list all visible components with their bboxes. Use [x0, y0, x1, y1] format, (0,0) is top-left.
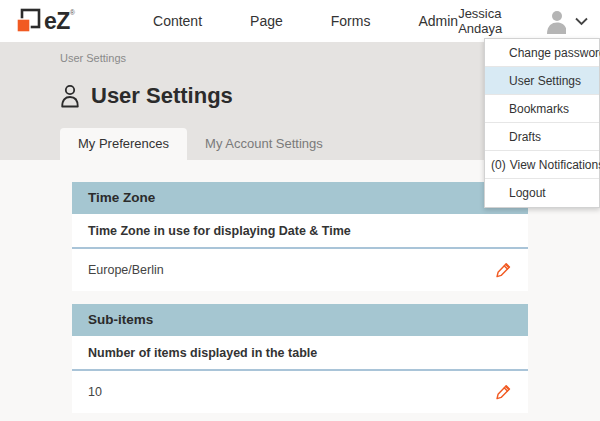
- nav-item-forms[interactable]: Forms: [331, 13, 371, 29]
- menu-item-bookmarks[interactable]: Bookmarks: [485, 95, 599, 123]
- user-name: Jessica Andaya: [458, 6, 535, 36]
- section-time-zone: Time Zone Time Zone in use for displayin…: [72, 182, 528, 291]
- sub-items-value: 10: [88, 385, 102, 399]
- chevron-down-icon: [575, 17, 588, 26]
- edit-sub-items-button[interactable]: [493, 381, 514, 404]
- time-zone-value-row: Europe/Berlin: [72, 249, 528, 291]
- ez-logo[interactable]: eZ ®: [14, 8, 75, 35]
- main-nav: Content Page Forms Admin: [105, 13, 458, 29]
- ez-logo-registered-mark: ®: [70, 9, 75, 16]
- menu-item-user-settings[interactable]: User Settings: [485, 67, 599, 95]
- section-title-time-zone: Time Zone: [72, 182, 528, 214]
- menu-item-view-notifications-label: View Notifications: [510, 158, 600, 172]
- menu-item-view-notifications[interactable]: (0)View Notifications: [485, 151, 599, 179]
- user-dropdown-menu: Change password User Settings Bookmarks …: [484, 38, 600, 208]
- nav-item-content[interactable]: Content: [153, 13, 202, 29]
- time-zone-value: Europe/Berlin: [88, 263, 164, 277]
- page-title: User Settings: [91, 83, 233, 109]
- menu-item-change-password[interactable]: Change password: [485, 39, 599, 67]
- section-sub-items: Sub-items Number of items displayed in t…: [72, 304, 528, 413]
- tab-bar: My Preferences My Account Settings: [60, 128, 341, 160]
- pencil-icon: [495, 383, 512, 402]
- user-avatar: [544, 8, 566, 34]
- nav-item-page[interactable]: Page: [250, 13, 283, 29]
- sub-items-setting-label: Number of items displayed in the table: [72, 336, 528, 371]
- user-icon: [60, 84, 91, 108]
- nav-item-admin[interactable]: Admin: [418, 13, 458, 29]
- tab-my-account-settings[interactable]: My Account Settings: [187, 128, 341, 160]
- section-title-sub-items: Sub-items: [72, 304, 528, 336]
- menu-item-drafts[interactable]: Drafts: [485, 123, 599, 151]
- time-zone-setting-label: Time Zone in use for displaying Date & T…: [72, 214, 528, 249]
- notifications-count-badge: (0): [491, 158, 506, 172]
- sub-items-value-row: 10: [72, 371, 528, 413]
- ez-logo-icon: [14, 8, 42, 35]
- user-menu-toggle[interactable]: Jessica Andaya: [458, 6, 588, 36]
- top-bar: eZ ® Content Page Forms Admin Jessica An…: [0, 0, 600, 42]
- ez-logo-text: eZ: [44, 8, 70, 34]
- pencil-icon: [495, 261, 512, 280]
- edit-time-zone-button[interactable]: [493, 259, 514, 282]
- menu-item-logout[interactable]: Logout: [485, 179, 599, 207]
- tab-my-preferences[interactable]: My Preferences: [60, 128, 187, 160]
